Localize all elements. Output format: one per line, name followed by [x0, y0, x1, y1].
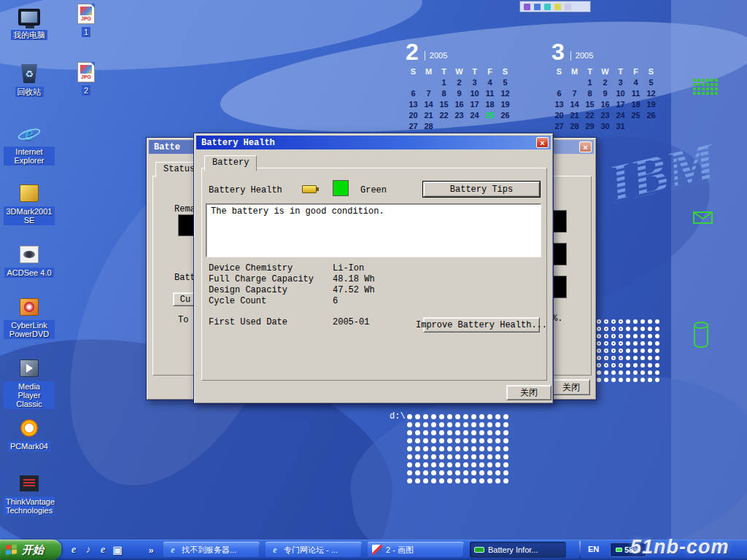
dot: [447, 414, 452, 419]
calendar-day: 20: [551, 111, 567, 120]
dot-pattern-bottom: [407, 414, 509, 483]
toolbar-icon[interactable]: [534, 4, 541, 10]
quicklaunch-desktop-icon[interactable]: ▣: [111, 543, 124, 556]
dot: [626, 356, 630, 360]
battery-tips-button[interactable]: Battery Tips: [423, 182, 540, 197]
calendar-february: 2 2005 SMTWTFS12345678910111213141516171…: [406, 38, 522, 131]
desktop-icon-media-player-classic[interactable]: Media Player Classic: [3, 357, 55, 409]
desktop-icon-3dmark[interactable]: 3DMark2001 SE: [3, 182, 55, 225]
dot: [626, 363, 630, 368]
calendar-day: 11: [628, 89, 643, 98]
calendar-day: [551, 78, 567, 87]
dot: [619, 349, 623, 353]
grid-cell: [702, 92, 705, 95]
dot: [619, 363, 623, 368]
task-label: 找不到服务器...: [182, 545, 236, 556]
dot: [479, 422, 484, 427]
dot: [471, 438, 476, 443]
close-button[interactable]: 关闭: [506, 385, 551, 400]
desktop-toolbar[interactable]: [519, 1, 591, 12]
quicklaunch-ie-icon[interactable]: e: [96, 543, 109, 556]
dot: [626, 349, 630, 353]
taskbar-task-forum[interactable]: e 专门网论坛 - ...: [266, 542, 362, 558]
battery-health-dialog[interactable]: Battery Health × Battery Battery Health …: [193, 133, 554, 404]
desktop-icon-my-computer[interactable]: 我的电脑: [3, 6, 55, 40]
calendar-day: 12: [498, 89, 513, 98]
media-player-classic-icon: [17, 357, 42, 379]
desktop-icon-thinkvantage[interactable]: ThinkVantage Technologies: [3, 472, 55, 516]
dot: [626, 341, 630, 346]
calendar-grid: SMTWTFS123456789101112131415161718192021…: [406, 67, 522, 131]
dialog-title: Battery Health: [201, 138, 533, 148]
dot: [487, 470, 492, 475]
calendar-day-header: T: [467, 67, 482, 76]
dot: [626, 327, 630, 331]
status-color-green: [333, 180, 349, 196]
close-icon[interactable]: ×: [579, 141, 592, 152]
field-label: Design Capacity: [209, 285, 287, 295]
dot: [439, 454, 444, 459]
start-button[interactable]: 开始: [0, 540, 61, 560]
close-icon[interactable]: ×: [536, 137, 549, 148]
improve-battery-health-button[interactable]: Improve Battery Health...: [423, 317, 540, 332]
dot: [407, 454, 412, 459]
dot: [431, 478, 436, 483]
dot: [487, 446, 492, 451]
dot: [633, 370, 638, 375]
desktop-icon-powerdvd[interactable]: CyberLink PowerDVD: [3, 296, 55, 339]
dot: [648, 363, 652, 368]
grid-cell: [711, 83, 713, 86]
language-indicator[interactable]: EN: [588, 545, 599, 553]
quicklaunch-overflow-chevron[interactable]: »: [144, 543, 158, 556]
icon-label: 3DMark2001 SE: [4, 206, 55, 225]
dot: [503, 446, 508, 451]
desktop-icon-internet-explorer[interactable]: e Internet Explorer: [3, 122, 55, 166]
dot: [439, 422, 444, 427]
desktop-icon-file-1[interactable]: JPG 1: [69, 3, 104, 37]
taskbar-task-server[interactable]: e 找不到服务器...: [163, 542, 260, 558]
tab-battery[interactable]: Battery: [204, 155, 257, 171]
dot: [597, 319, 601, 324]
taskbar-task-paint[interactable]: 2 - 画图: [368, 542, 464, 558]
dot: [423, 478, 428, 483]
dot: [604, 327, 608, 331]
toolbar-icon[interactable]: [544, 4, 551, 10]
dot: [626, 319, 630, 324]
calendar-day-header: F: [482, 67, 498, 76]
calendar-day-header: M: [421, 67, 436, 76]
dot: [495, 454, 500, 459]
dot: [604, 319, 608, 324]
desktop-icon-recycle-bin[interactable]: ♻ 回收站: [3, 63, 55, 97]
dot: [503, 438, 508, 443]
toolbar-icon[interactable]: [565, 4, 571, 10]
dot: [619, 378, 623, 382]
grid-cell: [693, 79, 696, 82]
calendar-day: 24: [467, 111, 482, 120]
dot: [407, 470, 412, 475]
desktop-icon-pcmark[interactable]: PCMark04: [3, 417, 55, 451]
calendar-day: 13: [551, 100, 567, 109]
calendar-day: 7: [567, 89, 582, 98]
dot: [471, 454, 476, 459]
dot: [640, 370, 645, 375]
dot: [431, 446, 436, 451]
dot: [439, 462, 444, 467]
dot: [415, 470, 420, 475]
dot: [611, 334, 616, 338]
calendar-day: 28: [567, 122, 582, 131]
desktop-icon-acdsee[interactable]: ACDSee 4.0: [3, 244, 55, 278]
dot: [648, 327, 652, 331]
title-bar[interactable]: Battery Health ×: [196, 136, 551, 149]
condition-textbox[interactable]: The battery is in good condition.: [206, 203, 541, 257]
quicklaunch-ie-icon[interactable]: e: [67, 543, 80, 556]
quicklaunch-icon[interactable]: ♪: [82, 543, 95, 556]
calendar-day: 26: [643, 111, 659, 120]
toolbar-icon[interactable]: [554, 4, 561, 10]
toolbar-icon[interactable]: [524, 4, 530, 10]
dot: [439, 438, 444, 443]
taskbar-task-battery-information[interactable]: Battery Infor...: [470, 542, 566, 558]
desktop-icon-file-2[interactable]: JPG 2: [69, 61, 104, 96]
close-button[interactable]: 关闭: [552, 379, 590, 395]
dot: [455, 446, 460, 451]
calendar-day: 9: [597, 89, 613, 98]
